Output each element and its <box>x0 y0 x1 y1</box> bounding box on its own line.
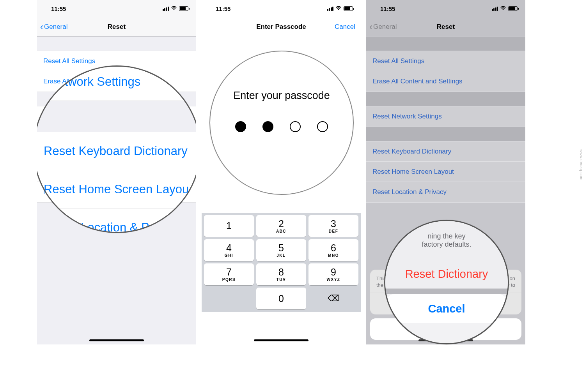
mag-msg-line: factory defaults. <box>422 240 471 249</box>
keypad-8[interactable]: 8TUV <box>256 263 306 285</box>
keypad-5[interactable]: 5JKL <box>256 239 306 261</box>
back-label: General <box>44 23 67 31</box>
group-gap <box>366 92 525 106</box>
group-gap <box>366 37 525 51</box>
nav-bar: Enter Passcode Cancel <box>202 17 361 37</box>
mag-msg-line: ning the key <box>427 232 465 240</box>
key-letters: ABC <box>276 229 286 233</box>
cell-label: Reset All Settings <box>372 57 424 65</box>
reset-location-cell: Reset Location & Privacy <box>366 182 525 202</box>
keypad-4[interactable]: 4GHI <box>204 239 254 261</box>
nav-bar: ‹ General Reset <box>37 17 196 37</box>
status-icons <box>163 5 189 12</box>
mag-label: Reset Keyboard Dictionary <box>44 144 188 158</box>
reset-home-cell: Reset Home Screen Layout <box>366 162 525 182</box>
cell-label: Reset Home Screen Layout <box>372 168 454 176</box>
key-number: 1 <box>226 221 232 231</box>
mag-dot-4 <box>317 121 328 132</box>
key-letters: JKL <box>277 253 285 258</box>
phone-1-reset-settings: 11:55 ‹ General Reset Reset All Settings… <box>37 0 196 344</box>
magnifier-reset-dictionary: ning the key factory defaults. Reset Dic… <box>384 220 509 344</box>
phone-2-enter-passcode: 11:55 Enter Passcode Cancel Enter your p… <box>202 0 361 344</box>
nav-bar: ‹ General Reset <box>366 17 525 37</box>
key-letters: GHI <box>225 253 233 258</box>
key-number: 7 <box>226 267 232 277</box>
key-number: 4 <box>226 243 232 253</box>
wifi-icon <box>500 5 506 12</box>
mag-cancel: Cancel <box>387 294 506 323</box>
key-letters: DEF <box>329 229 339 233</box>
cell-label: Reset Keyboard Dictionary <box>372 148 451 155</box>
battery-icon <box>344 6 353 11</box>
keypad-delete[interactable]: ⌫ <box>308 288 358 309</box>
status-time: 11:55 <box>216 5 230 12</box>
key-number: 3 <box>331 219 336 229</box>
wifi-icon <box>171 5 177 12</box>
key-letters: MNO <box>328 253 339 258</box>
back-button[interactable]: ‹ General <box>37 21 67 32</box>
key-number: 5 <box>278 243 284 253</box>
status-icons <box>492 5 518 12</box>
group-gap <box>366 127 525 141</box>
mag-passcode-label: Enter your passcode <box>210 90 353 102</box>
keypad-2[interactable]: 2ABC <box>256 215 306 237</box>
home-indicator[interactable] <box>89 339 144 341</box>
key-number: 0 <box>278 294 284 304</box>
backspace-icon: ⌫ <box>328 293 340 304</box>
keypad-0[interactable]: 0 <box>256 288 306 309</box>
group-3: Reset Keyboard Dictionary Reset Home Scr… <box>366 141 525 203</box>
mag-dot-3 <box>290 121 301 132</box>
keypad-7[interactable]: 7PQRS <box>204 263 254 285</box>
mag-label: Reset Home Screen Layou <box>44 182 189 196</box>
keypad-3[interactable]: 3DEF <box>308 215 358 237</box>
group-2: Reset Network Settings <box>366 106 525 127</box>
cellular-signal-icon <box>327 7 334 11</box>
keypad-9[interactable]: 9WXYZ <box>308 263 358 285</box>
mag-gap <box>385 289 508 294</box>
status-icons <box>327 5 353 12</box>
status-time: 11:55 <box>51 5 66 12</box>
back-label: General <box>373 23 397 31</box>
mag-label: Location & Pr <box>81 221 153 233</box>
cell-label: Reset Location & Privacy <box>372 188 447 196</box>
mag-dot-1 <box>235 121 246 132</box>
group-gap <box>37 37 196 51</box>
cellular-signal-icon <box>492 7 498 11</box>
cancel-button[interactable]: Cancel <box>335 23 361 31</box>
cell-label: Reset Network Settings <box>372 113 442 120</box>
key-number: 9 <box>331 267 336 277</box>
back-button: ‹ General <box>366 21 397 32</box>
cellular-signal-icon <box>163 7 169 11</box>
phone-3-action-sheet: 11:55 ‹ General Reset Reset All Settings… <box>366 0 525 344</box>
reset-keyboard-cell: Reset Keyboard Dictionary <box>366 141 525 162</box>
reset-network-cell: Reset Network Settings <box>366 106 525 127</box>
magnifier-reset-keyboard: set Network Settings Reset Keyboard Dict… <box>37 65 196 233</box>
home-indicator[interactable] <box>254 339 308 341</box>
cell-label: Reset All Settings <box>43 57 95 65</box>
keypad-1[interactable]: 1 <box>204 215 254 237</box>
status-bar: 11:55 <box>202 0 361 17</box>
reset-all-settings-cell: Reset All Settings <box>366 51 525 71</box>
battery-icon <box>508 6 518 11</box>
mag-msg: ning the key factory defaults. <box>385 221 508 260</box>
chevron-left-icon: ‹ <box>40 21 43 32</box>
wifi-icon <box>335 5 342 12</box>
group-1: Reset All Settings Erase All Content and… <box>366 51 525 92</box>
status-bar: 11:55 <box>366 0 525 17</box>
key-number: 8 <box>278 267 284 277</box>
watermark: www.deuaq.com <box>579 149 583 180</box>
key-number: 2 <box>278 219 284 229</box>
mag-gap <box>37 101 196 132</box>
key-letters: WXYZ <box>327 277 340 282</box>
key-letters: TUV <box>277 277 286 282</box>
battery-icon <box>179 6 188 11</box>
magnifier-passcode: Enter your passcode <box>209 51 354 195</box>
mag-passcode-dots <box>210 121 353 132</box>
keypad-6[interactable]: 6MNO <box>308 239 358 261</box>
number-keypad: 1 2ABC 3DEF 4GHI 5JKL 6MNO 7PQRS 8TUV 9W… <box>202 213 361 312</box>
status-time: 11:55 <box>380 5 395 12</box>
mag-row-home: Reset Home Screen Layou <box>37 170 196 208</box>
mag-reset-dictionary: Reset Dictionary <box>385 260 508 289</box>
erase-all-content-cell: Erase All Content and Settings <box>366 71 525 92</box>
mag-dot-2 <box>262 121 273 132</box>
